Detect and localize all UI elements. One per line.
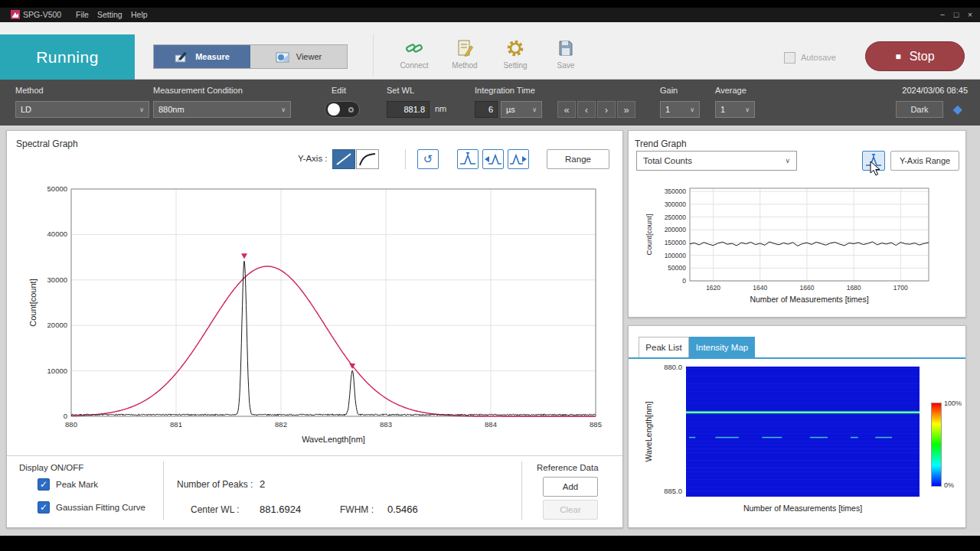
peak-search-icon bbox=[459, 152, 477, 167]
clear-button[interactable]: Clear bbox=[543, 500, 598, 520]
svg-text:10000: 10000 bbox=[47, 367, 67, 375]
fwhm-value: 0.5466 bbox=[387, 504, 418, 515]
reference-data-title: Reference Data bbox=[537, 463, 599, 472]
stop-button[interactable]: ■ Stop bbox=[865, 41, 965, 71]
tab-peak-list[interactable]: Peak List bbox=[639, 337, 689, 357]
integration-time-label: Integration Time bbox=[475, 86, 535, 95]
svg-text:885: 885 bbox=[590, 420, 602, 429]
set-wl-label: Set WL bbox=[387, 86, 414, 95]
status-running-badge: Running bbox=[0, 34, 135, 80]
tab-measure[interactable]: Measure bbox=[154, 45, 250, 68]
integration-time-unit: µs bbox=[506, 105, 515, 114]
edit-toggle[interactable] bbox=[325, 101, 360, 118]
integration-time-unit-select[interactable]: µs ∨ bbox=[501, 101, 542, 118]
minimize-button[interactable]: − bbox=[936, 8, 949, 22]
method-select[interactable]: LD ∨ bbox=[15, 101, 149, 118]
app-logo-icon bbox=[11, 10, 20, 19]
range-button[interactable]: Range bbox=[547, 149, 609, 169]
chevron-down-icon: ∨ bbox=[690, 106, 694, 113]
peak-mark-checkbox[interactable]: ✓ bbox=[38, 478, 50, 491]
autosave-checkbox[interactable] bbox=[784, 52, 795, 64]
trend-panel-title: Trend Graph bbox=[635, 139, 687, 149]
measurement-condition-select[interactable]: 880nm ∨ bbox=[153, 101, 291, 118]
connect-button[interactable]: Connect bbox=[393, 38, 436, 78]
nav-last-button[interactable]: » bbox=[617, 101, 635, 118]
trend-source-select[interactable]: Total Counts ∨ bbox=[636, 151, 797, 171]
svg-text:0: 0 bbox=[64, 412, 67, 420]
maximize-button[interactable]: □ bbox=[949, 8, 963, 22]
peak-next-button[interactable] bbox=[508, 149, 529, 169]
svg-text:20000: 20000 bbox=[47, 321, 67, 329]
heatmap[interactable] bbox=[686, 367, 920, 497]
reference-divider bbox=[521, 461, 522, 520]
svg-text:1640: 1640 bbox=[753, 284, 767, 292]
svg-text:50000: 50000 bbox=[47, 184, 67, 193]
trend-chart[interactable]: 1620164016601680170005000010000015000020… bbox=[629, 177, 967, 315]
chevron-down-icon: ∨ bbox=[745, 106, 750, 113]
chevron-down-icon: ∨ bbox=[532, 106, 537, 113]
y-axis-log-button[interactable] bbox=[356, 149, 379, 169]
setting-label: Setting bbox=[494, 61, 537, 70]
set-wl-input[interactable]: 881.8 bbox=[387, 101, 430, 118]
integration-time-input[interactable]: 6 bbox=[475, 101, 498, 118]
gaussian-fitting-checkbox[interactable]: ✓ bbox=[38, 501, 50, 514]
results-divider bbox=[163, 461, 164, 520]
svg-text:200000: 200000 bbox=[665, 226, 687, 233]
svg-text:350000: 350000 bbox=[665, 187, 687, 195]
undo-button[interactable]: ↺ bbox=[417, 149, 439, 169]
map-y-bottom-label: 885.0 bbox=[652, 487, 682, 495]
stop-label: Stop bbox=[910, 50, 935, 64]
y-axis-linear-button[interactable] bbox=[332, 149, 355, 169]
svg-text:50000: 50000 bbox=[668, 264, 686, 272]
app-window: SPG-V500 File Setting Help − □ × Running bbox=[0, 8, 980, 536]
nav-first-button[interactable]: « bbox=[557, 101, 576, 118]
menu-setting[interactable]: Setting bbox=[97, 8, 122, 22]
y-axis-range-button[interactable]: Y-Axis Range bbox=[890, 151, 959, 171]
menu-help[interactable]: Help bbox=[131, 8, 148, 22]
gain-select[interactable]: 1 ∨ bbox=[660, 101, 700, 118]
gain-value: 1 bbox=[665, 105, 670, 114]
spectral-panel-title: Spectral Graph bbox=[16, 139, 78, 149]
trend-source-value: Total Counts bbox=[643, 156, 692, 165]
nav-next-button[interactable]: › bbox=[597, 101, 616, 118]
spectral-chart[interactable]: 8808818828838848850100002000030000400005… bbox=[8, 175, 621, 448]
control-separator bbox=[405, 149, 406, 169]
tab-viewer[interactable]: Viewer bbox=[250, 45, 347, 68]
panel-divider bbox=[7, 455, 622, 456]
tab-underline bbox=[629, 357, 965, 359]
dark-button[interactable]: Dark bbox=[896, 101, 943, 118]
toolbar-separator bbox=[373, 34, 374, 77]
svg-text:0: 0 bbox=[682, 277, 686, 285]
edit-label: Edit bbox=[332, 86, 346, 95]
save-button[interactable]: Save bbox=[544, 38, 587, 78]
peak-next-icon bbox=[509, 152, 528, 167]
add-button[interactable]: Add bbox=[543, 477, 598, 497]
datetime-label: 2024/03/06 08:45 bbox=[902, 86, 968, 95]
nav-prev-button[interactable]: ‹ bbox=[577, 101, 596, 118]
tab-intensity-map[interactable]: Intensity Map bbox=[689, 337, 755, 357]
peak-prev-button[interactable] bbox=[482, 149, 504, 169]
colorbar-min-label: 0% bbox=[944, 481, 954, 489]
menu-file[interactable]: File bbox=[76, 8, 89, 22]
tab-viewer-label: Viewer bbox=[296, 52, 322, 61]
average-select[interactable]: 1 ∨ bbox=[715, 101, 755, 118]
colorbar bbox=[931, 403, 942, 487]
mouse-cursor bbox=[870, 161, 881, 177]
svg-text:250000: 250000 bbox=[665, 214, 687, 221]
diamond-button[interactable]: ◆ bbox=[949, 100, 966, 117]
peak-search-button[interactable] bbox=[457, 149, 479, 169]
close-button[interactable]: × bbox=[963, 8, 977, 22]
method-button[interactable]: Method bbox=[443, 38, 486, 78]
status-label: Running bbox=[36, 48, 99, 67]
svg-text:Number of Measurements [times]: Number of Measurements [times] bbox=[750, 295, 868, 304]
gaussian-fitting-label: Gaussian Fitting Curve bbox=[56, 503, 145, 512]
map-x-axis-title: Number of Measurements [times] bbox=[686, 504, 920, 513]
measurement-condition-label: Measurement Condition bbox=[153, 86, 243, 95]
setting-button[interactable]: Setting bbox=[494, 38, 537, 78]
num-peaks-label: Number of Peaks : bbox=[177, 479, 253, 490]
svg-text:880: 880 bbox=[65, 420, 77, 429]
method-field-label: Method bbox=[15, 86, 44, 95]
svg-text:40000: 40000 bbox=[47, 230, 67, 238]
svg-text:150000: 150000 bbox=[665, 239, 687, 246]
display-onoff-title: Display ON/OFF bbox=[19, 463, 83, 472]
